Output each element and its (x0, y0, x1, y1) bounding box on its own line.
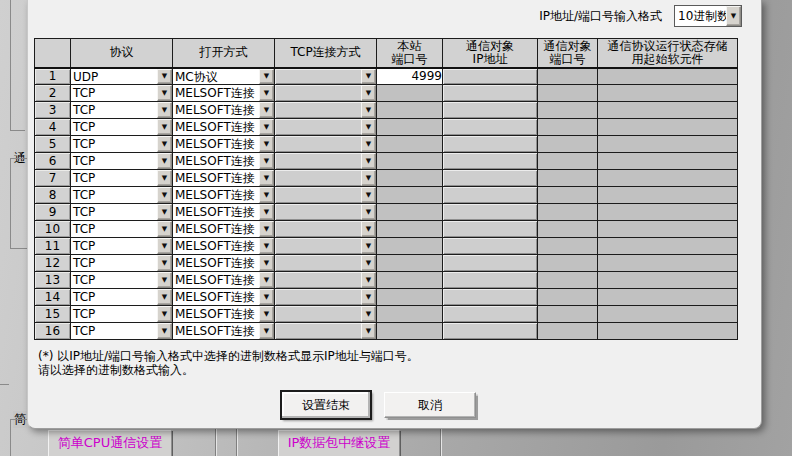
tcp-connection-combobox[interactable]: ▼ (275, 238, 376, 254)
protocol-combobox[interactable]: TCP▼ (71, 170, 172, 186)
row-number-cell: 4 (35, 119, 71, 136)
tcp-connection-combobox[interactable]: ▼ (275, 255, 376, 271)
tcp-connection-combobox[interactable]: ▼ (275, 221, 376, 237)
protocol-combobox[interactable]: TCP▼ (71, 289, 172, 305)
port-settings-table: 协议 打开方式 TCP连接方式 本站 端口号 通信对象 IP地址 通信对象 端口… (34, 38, 738, 340)
local-port-cell (377, 323, 443, 340)
target-ip-cell (443, 119, 538, 136)
protocol-combobox[interactable]: TCP▼ (71, 255, 172, 271)
open-method-cell: MELSOFT连接▼ (173, 153, 275, 170)
chevron-down-icon: ▼ (259, 272, 274, 288)
target-ip-cell (443, 85, 538, 102)
status-device-cell (598, 170, 738, 187)
open-method-combobox[interactable]: MELSOFT连接▼ (173, 204, 274, 220)
local-port-cell (377, 272, 443, 289)
protocol-combobox[interactable]: TCP▼ (71, 221, 172, 237)
tcp-connection-combobox[interactable]: ▼ (275, 306, 376, 322)
local-port-cell[interactable]: 4999 (377, 68, 443, 85)
open-method-combobox[interactable]: MELSOFT连接▼ (173, 238, 274, 254)
open-method-combobox[interactable]: MELSOFT连接▼ (173, 306, 274, 322)
open-method-combobox-value: MELSOFT连接 (173, 238, 259, 254)
chevron-down-icon: ▼ (259, 221, 274, 237)
tcp-connection-combobox-value (275, 153, 361, 169)
open-method-combobox[interactable]: MELSOFT连接▼ (173, 323, 274, 339)
protocol-combobox[interactable]: UDP▼ (71, 69, 172, 85)
tcp-connection-combobox[interactable]: ▼ (275, 119, 376, 135)
open-method-combobox[interactable]: MELSOFT连接▼ (173, 289, 274, 305)
chevron-down-icon: ▼ (361, 85, 376, 101)
row-number-cell: 6 (35, 153, 71, 170)
target-port-cell (538, 85, 598, 102)
protocol-cell: TCP▼ (71, 170, 173, 187)
open-method-cell: MELSOFT连接▼ (173, 204, 275, 221)
open-method-combobox[interactable]: MELSOFT连接▼ (173, 119, 274, 135)
tcp-connection-combobox[interactable]: ▼ (275, 85, 376, 101)
open-method-combobox[interactable]: MELSOFT连接▼ (173, 85, 274, 101)
open-method-combobox[interactable]: MELSOFT连接▼ (173, 221, 274, 237)
protocol-combobox[interactable]: TCP▼ (71, 136, 172, 152)
tcp-connection-combobox[interactable]: ▼ (275, 323, 376, 339)
input-format-combobox[interactable]: 10进制数 ▼ (674, 5, 742, 27)
local-port-cell (377, 153, 443, 170)
setting-finished-button[interactable]: 设置结束 (281, 391, 371, 419)
protocol-cell: TCP▼ (71, 187, 173, 204)
tcp-connection-combobox[interactable]: ▼ (275, 204, 376, 220)
tcp-connection-combobox[interactable]: ▼ (275, 187, 376, 203)
cancel-button[interactable]: 取消 (384, 392, 476, 418)
target-ip-cell (443, 272, 538, 289)
open-method-combobox[interactable]: MELSOFT连接▼ (173, 153, 274, 169)
simple-cpu-communication-settings-button[interactable]: 简单CPU通信设置 (48, 430, 172, 456)
open-method-combobox[interactable]: MELSOFT连接▼ (173, 102, 274, 118)
protocol-combobox[interactable]: TCP▼ (71, 187, 172, 203)
local-port-cell (377, 85, 443, 102)
chevron-down-icon: ▼ (259, 170, 274, 186)
protocol-combobox[interactable]: TCP▼ (71, 85, 172, 101)
tcp-connection-cell: ▼ (275, 136, 377, 153)
open-method-combobox-value: MELSOFT连接 (173, 187, 259, 203)
chevron-down-icon: ▼ (259, 323, 274, 339)
chevron-down-icon: ▼ (259, 289, 274, 305)
tcp-connection-cell: ▼ (275, 255, 377, 272)
tcp-connection-combobox[interactable]: ▼ (275, 136, 376, 152)
open-method-combobox-value: MELSOFT连接 (173, 153, 259, 169)
chevron-down-icon: ▼ (259, 85, 274, 101)
chevron-down-icon: ▼ (157, 119, 172, 135)
protocol-combobox-value: TCP (71, 238, 157, 254)
table-row: 9TCP▼MELSOFT连接▼▼ (35, 204, 738, 221)
open-method-combobox[interactable]: MELSOFT连接▼ (173, 170, 274, 186)
local-port-cell (377, 204, 443, 221)
target-port-cell (538, 119, 598, 136)
open-method-combobox[interactable]: MC协议▼ (173, 69, 274, 85)
ip-packet-relay-settings-button[interactable]: IP数据包中继设置 (278, 430, 400, 456)
protocol-combobox[interactable]: TCP▼ (71, 102, 172, 118)
tcp-connection-combobox[interactable]: ▼ (275, 289, 376, 305)
status-device-cell (598, 221, 738, 238)
header-target-ip: 通信对象 IP地址 (443, 39, 538, 68)
protocol-combobox[interactable]: TCP▼ (71, 204, 172, 220)
row-number-cell: 15 (35, 306, 71, 323)
open-method-combobox[interactable]: MELSOFT连接▼ (173, 272, 274, 288)
chevron-down-icon: ▼ (361, 272, 376, 288)
row-number-cell: 16 (35, 323, 71, 340)
protocol-combobox[interactable]: TCP▼ (71, 119, 172, 135)
protocol-combobox[interactable]: TCP▼ (71, 323, 172, 339)
chevron-down-icon: ▼ (361, 153, 376, 169)
open-method-combobox[interactable]: MELSOFT连接▼ (173, 187, 274, 203)
protocol-combobox[interactable]: TCP▼ (71, 272, 172, 288)
protocol-combobox[interactable]: TCP▼ (71, 153, 172, 169)
chevron-down-icon: ▼ (259, 153, 274, 169)
tcp-connection-combobox[interactable]: ▼ (275, 102, 376, 118)
protocol-combobox[interactable]: TCP▼ (71, 238, 172, 254)
row-number-cell: 7 (35, 170, 71, 187)
open-method-combobox[interactable]: MELSOFT连接▼ (173, 136, 274, 152)
chevron-down-icon: ▼ (157, 170, 172, 186)
tcp-connection-combobox[interactable]: ▼ (275, 153, 376, 169)
background-groupbox-border (440, 428, 442, 456)
open-method-combobox[interactable]: MELSOFT连接▼ (173, 255, 274, 271)
tcp-connection-combobox[interactable]: ▼ (275, 170, 376, 186)
protocol-combobox[interactable]: TCP▼ (71, 306, 172, 322)
tcp-connection-combobox[interactable]: ▼ (275, 272, 376, 288)
status-device-cell (598, 119, 738, 136)
tcp-connection-combobox[interactable]: ▼ (275, 69, 376, 85)
open-method-combobox-value: MELSOFT连接 (173, 119, 259, 135)
